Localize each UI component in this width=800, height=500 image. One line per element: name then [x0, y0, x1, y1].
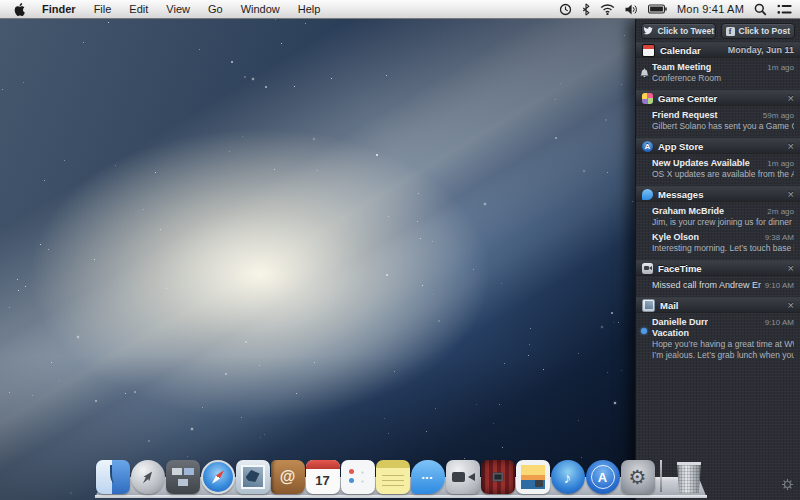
wifi-icon[interactable] — [600, 4, 615, 15]
nc-section-header-mail: Mail× — [636, 297, 800, 313]
menu-view[interactable]: View — [157, 0, 199, 19]
notification-body: OS X updates are available from the App… — [652, 169, 794, 179]
dock-itunes-icon[interactable]: ♪ — [551, 460, 585, 494]
menu-file[interactable]: File — [85, 0, 121, 19]
menu-window[interactable]: Window — [232, 0, 289, 19]
nc-section-close-icon[interactable]: × — [788, 300, 794, 310]
nc-section-title: Mail — [660, 300, 678, 311]
battery-icon[interactable] — [648, 4, 667, 14]
notification-item[interactable]: Team Meeting1m agoConference Room — [636, 59, 800, 85]
nc-section-title: Messages — [658, 189, 703, 200]
dock-launchpad-icon[interactable] — [131, 460, 165, 494]
nc-button-twitter[interactable]: Click to Tweet — [641, 23, 716, 39]
mail-app-icon — [642, 299, 655, 312]
notification-body: Gilbert Solano has sent you a Game Cent… — [652, 121, 794, 131]
notification-item[interactable]: New Updates Available1m agoOS X updates … — [636, 155, 800, 181]
dock-mission-control-icon[interactable] — [166, 460, 200, 494]
nc-section-header-messages: Messages× — [636, 186, 800, 202]
nc-section-messages: Messages×Graham McBride2m agoJim, is you… — [636, 186, 800, 260]
notification-body: Jim, is your crew joining us for dinner … — [652, 217, 794, 227]
nc-section-header-facetime: FaceTime× — [636, 260, 800, 276]
nc-section-game-center: Game Center×Friend Request59m agoGilbert… — [636, 90, 800, 138]
notification-item[interactable]: Missed call from Andrew Erpelding9:10 AM — [636, 277, 800, 292]
calendar-app-icon — [642, 44, 655, 57]
dock-trash-icon[interactable] — [675, 462, 703, 493]
nc-section-header-game-center: Game Center× — [636, 90, 800, 106]
notification-title: Graham McBride — [652, 206, 724, 216]
dock-calendar-icon[interactable]: 17 — [306, 460, 340, 494]
time-machine-icon[interactable] — [559, 3, 572, 16]
game-center-app-icon — [642, 93, 653, 104]
menu-bar-status-area: Mon 9:41 AM — [559, 3, 792, 16]
notification-title: Kyle Olson — [652, 232, 699, 242]
notification-item[interactable]: Friend Request59m agoGilbert Solano has … — [636, 107, 800, 133]
notification-item[interactable]: Kyle Olson9:38 AMInteresting morning. Le… — [636, 229, 800, 255]
notification-time: 2m ago — [763, 207, 794, 216]
nc-section-items: Danielle Durr9:10 AMVacationHope you’re … — [636, 313, 800, 367]
nc-section-app-store: AApp Store×New Updates Available1m agoOS… — [636, 138, 800, 186]
notification-title-row: Missed call from Andrew Erpelding9:10 AM — [652, 280, 794, 290]
nc-section-mail: Mail×Danielle Durr9:10 AMVacationHope yo… — [636, 297, 800, 367]
dock-photo-booth-icon[interactable] — [481, 460, 515, 494]
notification-title: Missed call from Andrew Erpelding — [652, 280, 761, 290]
nc-section-items: Team Meeting1m agoConference Room — [636, 58, 800, 90]
dock-mail-icon[interactable] — [236, 460, 270, 494]
dock-system-preferences-icon[interactable]: ⚙ — [621, 460, 655, 494]
nc-section-title: FaceTime — [658, 263, 702, 274]
notification-title: Friend Request — [652, 110, 718, 120]
dock-contacts-icon[interactable]: @ — [271, 460, 305, 494]
dock-reminders-icon[interactable] — [341, 460, 375, 494]
nc-section-title: App Store — [658, 141, 703, 152]
nc-section-items: Missed call from Andrew Erpelding9:10 AM — [636, 276, 800, 297]
dock-iphoto-icon[interactable] — [516, 460, 550, 494]
menu-items: FinderFileEditViewGoWindowHelp — [33, 0, 329, 19]
notification-item[interactable]: Graham McBride2m agoJim, is your crew jo… — [636, 203, 800, 229]
nc-section-close-icon[interactable]: × — [788, 93, 794, 103]
nc-settings-gear-icon[interactable] — [781, 477, 794, 495]
dock-app-store-icon[interactable]: A — [586, 460, 620, 494]
notification-center-icon[interactable] — [777, 4, 792, 15]
nc-section-title: Calendar — [660, 45, 701, 56]
nc-button-label: Click to Tweet — [657, 26, 714, 36]
dock: @17•••♪A⚙ — [95, 454, 707, 498]
nc-section-header-app-store: AApp Store× — [636, 138, 800, 154]
bluetooth-icon[interactable] — [582, 3, 590, 16]
nc-section-facetime: FaceTime×Missed call from Andrew Erpeldi… — [636, 260, 800, 297]
nc-section-close-icon[interactable]: × — [788, 189, 794, 199]
screen: FinderFileEditViewGoWindowHelp Mon 9:41 … — [0, 0, 800, 500]
notification-subtitle: Vacation — [652, 328, 794, 338]
notification-title-row: Kyle Olson9:38 AM — [652, 232, 794, 242]
notification-title-row: New Updates Available1m ago — [652, 158, 794, 168]
facebook-icon: f — [726, 27, 735, 36]
menu-finder[interactable]: Finder — [33, 0, 85, 19]
unread-dot — [641, 328, 647, 334]
facetime-app-icon — [642, 263, 653, 274]
dock-messages-icon[interactable]: ••• — [411, 460, 445, 494]
dock-finder-icon[interactable] — [96, 460, 130, 494]
dock-notes-icon[interactable] — [376, 460, 410, 494]
apple-menu-icon[interactable] — [14, 3, 25, 16]
menu-edit[interactable]: Edit — [120, 0, 157, 19]
dock-facetime-icon[interactable] — [446, 460, 480, 494]
menu-help[interactable]: Help — [289, 0, 330, 19]
nc-button-label: Click to Post — [739, 26, 790, 36]
nc-section-items: Friend Request59m agoGilbert Solano has … — [636, 106, 800, 138]
spotlight-icon[interactable] — [754, 3, 767, 16]
nc-section-calendar: CalendarMonday, Jun 11Team Meeting1m ago… — [636, 42, 800, 90]
menu-go[interactable]: Go — [199, 0, 232, 19]
nc-section-date: Monday, Jun 11 — [728, 45, 794, 55]
notification-body: I’m jealous. Let’s grab lunch when you g… — [652, 350, 794, 360]
nc-section-close-icon[interactable]: × — [788, 141, 794, 151]
dock-safari-icon[interactable] — [201, 460, 235, 494]
volume-icon[interactable] — [625, 4, 638, 15]
notification-title: Team Meeting — [652, 62, 711, 72]
nc-section-close-icon[interactable]: × — [788, 263, 794, 273]
app-store-app-icon: A — [642, 141, 653, 152]
dock-icons: @17•••♪A⚙ — [95, 454, 707, 498]
menu-bar-clock[interactable]: Mon 9:41 AM — [677, 3, 744, 15]
notification-title-row: Friend Request59m ago — [652, 110, 794, 120]
notification-title-row: Team Meeting1m ago — [652, 62, 794, 72]
notification-item[interactable]: Danielle Durr9:10 AMVacationHope you’re … — [636, 314, 800, 362]
notification-body: Conference Room — [652, 73, 794, 83]
nc-button-facebook[interactable]: fClick to Post — [721, 23, 796, 39]
